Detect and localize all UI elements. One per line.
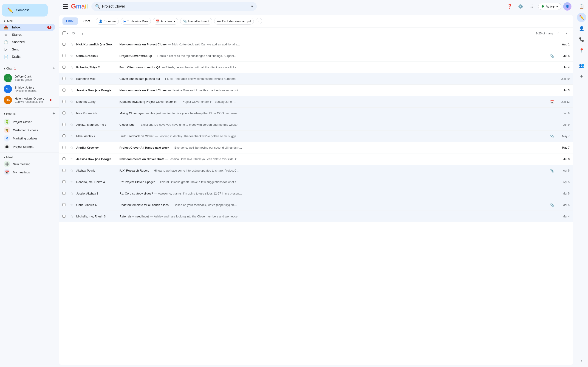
row-checkbox-1[interactable] <box>62 43 67 46</box>
right-icon-meet[interactable]: 📞 <box>577 35 586 44</box>
star-button-11[interactable]: ☆ <box>69 156 74 162</box>
star-button-14[interactable]: ☆ <box>69 191 74 196</box>
star-button-8[interactable]: ☆ <box>69 122 74 127</box>
sidebar-item-new-meeting[interactable]: ➕ New meeting <box>0 160 55 168</box>
star-button-13[interactable]: ☆ <box>69 179 74 185</box>
select-all-checkbox[interactable] <box>62 31 66 35</box>
row-checkbox-16[interactable] <box>62 215 67 218</box>
prev-page-button[interactable]: ‹ <box>555 30 561 36</box>
chat-item-jeffery[interactable]: JC Jeffery Clark Sounds great! <box>0 73 55 83</box>
email-row[interactable]: ☆ Nick Kortendick Mising Clover sync — H… <box>59 108 573 119</box>
row-checkbox-8[interactable] <box>62 123 67 127</box>
email-row[interactable]: ☆ Annika, Matthew, me 3 Clover logo! — E… <box>59 119 573 131</box>
sidebar-item-my-meetings[interactable]: 📅 My meetings <box>0 168 55 176</box>
apps-button[interactable]: ⠿ <box>527 2 536 11</box>
row-checkbox-2[interactable] <box>62 54 67 58</box>
sidebar-item-drafts[interactable]: 📄 Drafts <box>0 53 55 60</box>
star-button-9[interactable]: ☆ <box>69 133 74 139</box>
room-item-success[interactable]: 🌴 Customer Success <box>0 126 55 134</box>
sidebar-item-starred[interactable]: ☆ Starred <box>0 31 55 38</box>
meet-section-header[interactable]: ▾ Meet <box>0 155 59 160</box>
search-input[interactable] <box>102 4 249 8</box>
star-button-1[interactable]: ☆ <box>69 42 74 47</box>
search-dropdown-icon[interactable]: ▾ <box>251 4 253 9</box>
row-checkbox-6[interactable] <box>62 100 67 104</box>
row-checkbox-13[interactable] <box>62 180 67 184</box>
right-icon-maps[interactable]: 📍 <box>577 46 586 55</box>
email-row[interactable]: ☆ Katherine Mok Clover launch date pushe… <box>59 73 573 85</box>
row-checkbox-11[interactable] <box>62 157 67 161</box>
add-chat-button[interactable]: + <box>51 65 57 72</box>
row-checkbox-5[interactable] <box>62 89 67 92</box>
right-icon-calendar[interactable]: ✏️ <box>577 13 586 22</box>
right-panel-expand[interactable]: › <box>577 356 586 365</box>
row-checkbox-14[interactable] <box>62 192 67 195</box>
compose-button[interactable]: ✏️ Compose <box>2 4 48 17</box>
chip-to-jessica[interactable]: ▶ To Jessica Dow <box>121 18 151 25</box>
select-dropdown-icon[interactable]: ▾ <box>67 32 68 35</box>
profile-picture[interactable]: 👤 <box>563 2 571 10</box>
star-button-10[interactable]: ☆ <box>69 145 74 150</box>
row-checkbox-7[interactable] <box>62 111 67 115</box>
tab-email[interactable]: Email <box>62 17 78 25</box>
right-icon-people[interactable]: 👥 <box>577 61 586 70</box>
sidebar-item-sent[interactable]: ▷ Sent <box>0 46 55 53</box>
room-item-skylight[interactable]: 🏔 Project Skylight <box>0 142 55 151</box>
row-checkbox-3[interactable] <box>62 66 67 69</box>
star-button-3[interactable]: ☆ <box>69 65 74 70</box>
chip-exclude-calendar[interactable]: ➖ Exclude calendar upd <box>214 18 254 25</box>
row-checkbox-12[interactable] <box>62 169 67 173</box>
star-button-15[interactable]: ☆ <box>69 202 74 208</box>
email-row[interactable]: ☆ Michelle, me, Ritesh 3 Referrals – nee… <box>59 211 573 222</box>
email-row[interactable]: ☆ Jessica Dow (via Google. New comments … <box>59 153 573 165</box>
chat-item-shirley[interactable]: SJ Shirley, Jeffery Awesome, thanks. <box>0 83 55 94</box>
room-item-clover[interactable]: 🍀 Project Clover <box>0 118 55 126</box>
email-row[interactable]: ☆ Jessie, Akshay 3 Re: Corp strategy sli… <box>59 188 573 199</box>
star-button-4[interactable]: ☆ <box>69 76 74 82</box>
help-button[interactable]: ❓ <box>505 2 514 11</box>
more-filters-button[interactable]: › <box>256 18 262 24</box>
more-options-button[interactable]: ⋮ <box>79 30 86 37</box>
mail-section-header[interactable]: ▾ Mail <box>0 18 59 24</box>
select-all-wrapper[interactable]: ▾ <box>62 31 68 35</box>
next-page-button[interactable]: › <box>563 30 570 36</box>
email-row[interactable]: ☆ Nick Kortendick (via Goo. New comments… <box>59 39 573 50</box>
row-checkbox-15[interactable] <box>62 203 67 207</box>
email-row[interactable]: ☆ Akshay Potnis [UX] Research Report — H… <box>59 165 573 176</box>
chat-item-helen[interactable]: HA Helen, Adam, Gregory Can we reschedul… <box>0 94 55 106</box>
room-item-marketing[interactable]: M Marketing updates <box>0 134 55 142</box>
chip-any-time[interactable]: 📅 Any time ▾ <box>153 18 179 25</box>
star-button-7[interactable]: ☆ <box>69 110 74 116</box>
settings-button[interactable]: ⚙️ <box>516 2 525 11</box>
row-checkbox-4[interactable] <box>62 77 67 81</box>
sidebar-item-inbox[interactable]: 📥 Inbox 4 <box>0 24 55 31</box>
chip-from-me[interactable]: 👤 From me <box>96 18 119 25</box>
star-button-16[interactable]: ☆ <box>69 214 74 219</box>
sidebar-item-snoozed[interactable]: 🕐 Snoozed <box>0 38 55 46</box>
status-button[interactable]: Active ▾ <box>538 3 561 10</box>
right-icon-contacts[interactable]: 👤 <box>577 24 586 33</box>
chip-has-attachment[interactable]: 📎 Has attachment <box>180 18 212 25</box>
email-row[interactable]: ☆ Roberto, Shiya 2 Fwd: Client resources… <box>59 62 573 73</box>
email-row[interactable]: ☆ Mika, Ashley 2 Fwd: Feedback on Clover… <box>59 131 573 142</box>
add-room-button[interactable]: + <box>51 110 57 117</box>
search-bar[interactable]: 🔍 ▾ <box>91 2 257 11</box>
star-button-2[interactable]: ☆ <box>69 53 74 59</box>
email-row[interactable]: ☆ Deanna Carey [Updated invitation] Proj… <box>59 96 573 108</box>
email-row[interactable]: ☆ Oana..Brooks 3 Project Clover wrap-up … <box>59 50 573 62</box>
email-row[interactable]: ☆ Annika Crowley Project Clover All Hand… <box>59 142 573 153</box>
star-button-6[interactable]: ☆ <box>69 99 74 105</box>
hamburger-icon[interactable]: ☰ <box>62 3 68 10</box>
star-button-5[interactable]: ☆ <box>69 88 74 93</box>
refresh-button[interactable]: ↻ <box>70 30 77 37</box>
rooms-section-header[interactable]: ▾ Rooms + <box>0 109 59 118</box>
email-row[interactable]: ☆ Oana, Annika 6 Updated template for al… <box>59 199 573 211</box>
email-row[interactable]: ☆ Jessica Dow (via Google. New comments … <box>59 85 573 96</box>
right-icon-add[interactable]: + <box>577 72 586 81</box>
star-button-12[interactable]: ☆ <box>69 168 74 173</box>
tab-chat[interactable]: Chat <box>80 17 94 25</box>
row-checkbox-9[interactable] <box>62 134 67 138</box>
email-row[interactable]: ☆ Roberto, me, Chitra 4 Re: Project Clov… <box>59 176 573 188</box>
chat-section-header[interactable]: ▾ Chat 1 + <box>0 64 59 73</box>
row-checkbox-10[interactable] <box>62 146 67 150</box>
